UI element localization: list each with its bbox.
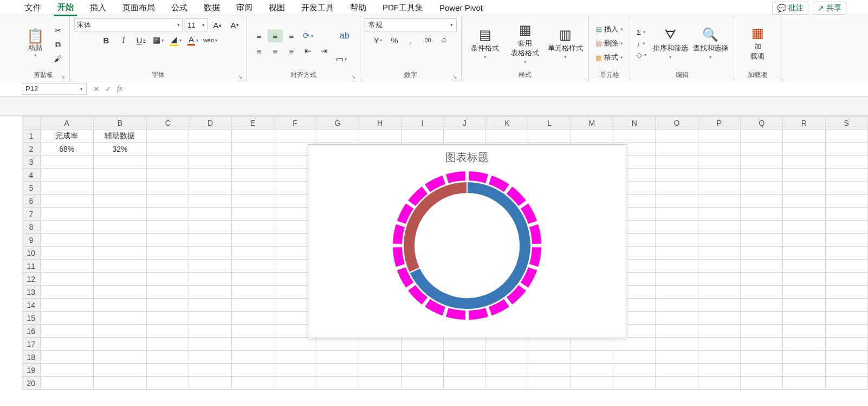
cell[interactable] xyxy=(359,338,401,351)
cell[interactable] xyxy=(147,338,189,351)
cell[interactable] xyxy=(698,195,740,208)
cell[interactable] xyxy=(825,169,867,182)
cell[interactable] xyxy=(93,234,146,247)
column-header[interactable]: N xyxy=(613,117,656,130)
cell[interactable] xyxy=(825,338,867,351)
italic-button[interactable]: I xyxy=(116,34,131,47)
cell[interactable] xyxy=(698,312,740,325)
cell[interactable] xyxy=(231,169,274,182)
cell[interactable] xyxy=(93,195,146,208)
cell[interactable] xyxy=(783,143,825,156)
cell[interactable] xyxy=(825,208,867,221)
cell[interactable] xyxy=(740,221,782,234)
cell[interactable] xyxy=(656,338,698,351)
cell[interactable] xyxy=(571,377,613,390)
column-header[interactable]: P xyxy=(698,117,740,130)
cell[interactable] xyxy=(486,130,528,143)
menu-page-layout[interactable]: 页面布局 xyxy=(119,1,158,15)
cell[interactable] xyxy=(189,234,231,247)
cell[interactable] xyxy=(825,299,867,312)
cell[interactable] xyxy=(231,260,274,273)
cell[interactable] xyxy=(528,351,571,364)
cell[interactable] xyxy=(189,299,231,312)
cell[interactable] xyxy=(401,364,443,377)
cell[interactable] xyxy=(93,351,146,364)
cell[interactable] xyxy=(231,338,274,351)
cell[interactable] xyxy=(656,221,698,234)
cell[interactable] xyxy=(698,351,740,364)
cell[interactable] xyxy=(40,312,93,325)
cell[interactable] xyxy=(93,312,146,325)
cell[interactable] xyxy=(783,169,825,182)
cell[interactable] xyxy=(656,260,698,273)
cell[interactable] xyxy=(698,364,740,377)
cell[interactable] xyxy=(613,364,656,377)
row-header[interactable]: 8 xyxy=(22,221,41,234)
cell[interactable] xyxy=(740,234,782,247)
cell[interactable] xyxy=(189,286,231,299)
cell[interactable] xyxy=(698,156,740,169)
cell[interactable] xyxy=(231,299,274,312)
cell[interactable] xyxy=(486,377,528,390)
increase-indent-button[interactable]: ⇥ xyxy=(316,44,332,57)
cell[interactable] xyxy=(656,208,698,221)
cell[interactable] xyxy=(147,299,189,312)
cell[interactable] xyxy=(783,312,825,325)
cell[interactable] xyxy=(147,234,189,247)
cell[interactable] xyxy=(656,299,698,312)
cell[interactable] xyxy=(40,208,93,221)
cell[interactable] xyxy=(40,325,93,338)
cell[interactable] xyxy=(189,130,231,143)
cancel-formula-button[interactable]: ✕ xyxy=(93,85,100,93)
fx-icon[interactable]: fx xyxy=(117,85,122,93)
cell[interactable] xyxy=(93,338,146,351)
cell[interactable] xyxy=(825,221,867,234)
cell[interactable] xyxy=(231,377,274,390)
align-middle-button[interactable]: ≡ xyxy=(268,29,283,42)
cell[interactable] xyxy=(783,338,825,351)
cell[interactable] xyxy=(486,351,528,364)
cell[interactable]: 68% xyxy=(40,143,93,156)
cell[interactable] xyxy=(825,234,867,247)
column-header[interactable]: R xyxy=(783,117,825,130)
cell[interactable] xyxy=(740,338,782,351)
cell[interactable] xyxy=(274,338,316,351)
cell[interactable] xyxy=(443,351,485,364)
column-header[interactable]: C xyxy=(147,117,189,130)
cell[interactable] xyxy=(698,273,740,286)
row-header[interactable]: 6 xyxy=(22,195,41,208)
cell[interactable] xyxy=(93,273,146,286)
cell[interactable] xyxy=(656,195,698,208)
cell[interactable] xyxy=(189,338,231,351)
cell[interactable] xyxy=(147,273,189,286)
percent-button[interactable]: % xyxy=(387,34,402,47)
column-header[interactable]: E xyxy=(231,117,274,130)
cell[interactable] xyxy=(189,377,231,390)
decrease-decimal-button[interactable]: .0 xyxy=(436,34,451,47)
cell[interactable] xyxy=(189,143,231,156)
orientation-button[interactable]: ⟳ xyxy=(300,29,315,42)
cell[interactable] xyxy=(740,195,782,208)
cell[interactable] xyxy=(698,325,740,338)
cell[interactable] xyxy=(147,208,189,221)
cell[interactable]: 完成率 xyxy=(40,130,93,143)
cell[interactable] xyxy=(189,221,231,234)
cell[interactable] xyxy=(443,364,485,377)
cell[interactable] xyxy=(231,286,274,299)
cell[interactable] xyxy=(189,260,231,273)
cell[interactable] xyxy=(231,156,274,169)
cell[interactable] xyxy=(783,182,825,195)
column-header[interactable]: G xyxy=(316,117,359,130)
cell[interactable] xyxy=(613,338,656,351)
cell[interactable] xyxy=(359,377,401,390)
cell-styles-button[interactable]: ▥ 单元格样式 ▾ xyxy=(546,22,584,65)
cell[interactable] xyxy=(189,364,231,377)
cell[interactable] xyxy=(698,234,740,247)
decrease-font-button[interactable]: A▾ xyxy=(227,18,242,31)
cell[interactable] xyxy=(316,377,359,390)
cell[interactable] xyxy=(783,130,825,143)
menu-data[interactable]: 数据 xyxy=(200,1,223,15)
cell[interactable] xyxy=(359,364,401,377)
cell[interactable] xyxy=(740,247,782,260)
format-cells-button[interactable]: ▦格式▾ xyxy=(593,51,625,63)
